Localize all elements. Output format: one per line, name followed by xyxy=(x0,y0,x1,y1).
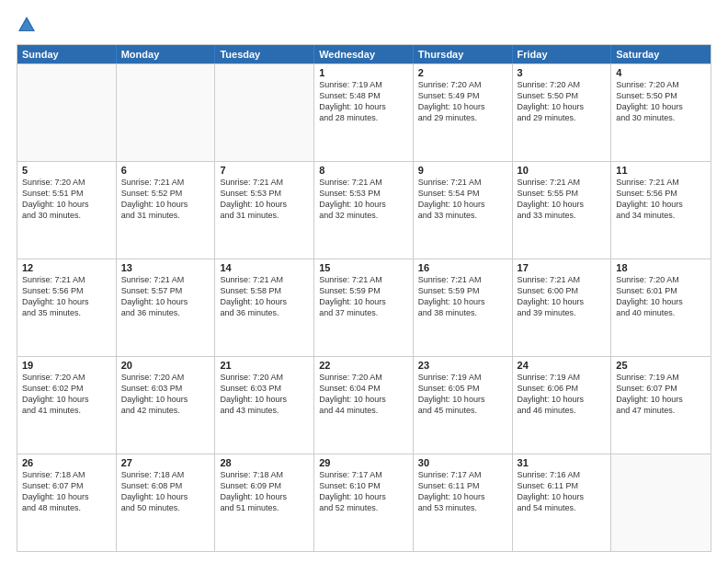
cell-day-number: 14 xyxy=(220,262,309,273)
calendar-row-1: 5Sunrise: 7:20 AM Sunset: 5:51 PM Daylig… xyxy=(17,161,711,259)
logo xyxy=(17,15,40,35)
logo-icon xyxy=(17,15,37,35)
cell-info-text: Sunrise: 7:19 AM Sunset: 6:05 PM Dayligh… xyxy=(418,372,507,417)
calendar-cell xyxy=(17,64,117,161)
cell-day-number: 31 xyxy=(518,457,607,468)
cell-info-text: Sunrise: 7:17 AM Sunset: 6:10 PM Dayligh… xyxy=(319,469,408,514)
calendar-cell: 6Sunrise: 7:21 AM Sunset: 5:52 PM Daylig… xyxy=(117,162,216,259)
cell-info-text: Sunrise: 7:18 AM Sunset: 6:08 PM Dayligh… xyxy=(121,469,210,514)
cell-day-number: 2 xyxy=(418,67,507,78)
cell-day-number: 9 xyxy=(418,165,507,176)
calendar-cell: 19Sunrise: 7:20 AM Sunset: 6:02 PM Dayli… xyxy=(17,357,117,454)
cell-info-text: Sunrise: 7:20 AM Sunset: 6:03 PM Dayligh… xyxy=(220,372,309,417)
cell-info-text: Sunrise: 7:19 AM Sunset: 6:06 PM Dayligh… xyxy=(518,372,607,417)
cell-day-number: 27 xyxy=(121,457,210,468)
calendar-cell: 24Sunrise: 7:19 AM Sunset: 6:06 PM Dayli… xyxy=(513,357,612,454)
cell-day-number: 19 xyxy=(22,360,111,371)
calendar-cell: 1Sunrise: 7:19 AM Sunset: 5:48 PM Daylig… xyxy=(314,64,414,161)
calendar-cell xyxy=(117,64,216,161)
cell-info-text: Sunrise: 7:20 AM Sunset: 5:49 PM Dayligh… xyxy=(418,79,507,124)
cell-day-number: 4 xyxy=(616,67,706,78)
cell-info-text: Sunrise: 7:21 AM Sunset: 5:53 PM Dayligh… xyxy=(319,177,408,222)
cell-day-number: 1 xyxy=(319,67,408,78)
calendar-cell: 21Sunrise: 7:20 AM Sunset: 6:03 PM Dayli… xyxy=(215,357,314,454)
cell-info-text: Sunrise: 7:17 AM Sunset: 6:11 PM Dayligh… xyxy=(418,469,507,514)
weekday-header-thursday: Thursday xyxy=(414,45,513,63)
calendar-cell: 13Sunrise: 7:21 AM Sunset: 5:57 PM Dayli… xyxy=(117,259,216,356)
calendar-cell: 20Sunrise: 7:20 AM Sunset: 6:03 PM Dayli… xyxy=(117,357,216,454)
cell-day-number: 28 xyxy=(220,457,309,468)
calendar-cell: 28Sunrise: 7:18 AM Sunset: 6:09 PM Dayli… xyxy=(215,454,314,551)
cell-day-number: 20 xyxy=(121,360,210,371)
calendar-cell xyxy=(215,64,314,161)
calendar-cell: 8Sunrise: 7:21 AM Sunset: 5:53 PM Daylig… xyxy=(314,162,414,259)
cell-info-text: Sunrise: 7:20 AM Sunset: 5:50 PM Dayligh… xyxy=(616,79,706,124)
weekday-header-tuesday: Tuesday xyxy=(215,45,314,63)
calendar-cell: 3Sunrise: 7:20 AM Sunset: 5:50 PM Daylig… xyxy=(513,64,612,161)
cell-day-number: 15 xyxy=(319,262,408,273)
calendar-row-0: 1Sunrise: 7:19 AM Sunset: 5:48 PM Daylig… xyxy=(17,63,711,161)
calendar-cell: 30Sunrise: 7:17 AM Sunset: 6:11 PM Dayli… xyxy=(414,454,513,551)
calendar-cell: 31Sunrise: 7:16 AM Sunset: 6:11 PM Dayli… xyxy=(513,454,612,551)
calendar-row-2: 12Sunrise: 7:21 AM Sunset: 5:56 PM Dayli… xyxy=(17,259,711,356)
calendar-row-3: 19Sunrise: 7:20 AM Sunset: 6:02 PM Dayli… xyxy=(17,356,711,454)
calendar-cell: 11Sunrise: 7:21 AM Sunset: 5:56 PM Dayli… xyxy=(611,162,711,259)
cell-day-number: 11 xyxy=(616,165,706,176)
cell-day-number: 16 xyxy=(418,262,507,273)
cell-day-number: 12 xyxy=(22,262,111,273)
cell-day-number: 17 xyxy=(518,262,607,273)
calendar-cell: 27Sunrise: 7:18 AM Sunset: 6:08 PM Dayli… xyxy=(117,454,216,551)
calendar-cell xyxy=(611,454,711,551)
calendar-body: 1Sunrise: 7:19 AM Sunset: 5:48 PM Daylig… xyxy=(17,63,711,551)
cell-day-number: 13 xyxy=(121,262,210,273)
cell-info-text: Sunrise: 7:21 AM Sunset: 5:59 PM Dayligh… xyxy=(418,274,507,319)
calendar-cell: 15Sunrise: 7:21 AM Sunset: 5:59 PM Dayli… xyxy=(314,259,414,356)
cell-info-text: Sunrise: 7:20 AM Sunset: 6:04 PM Dayligh… xyxy=(319,372,408,417)
calendar-cell: 7Sunrise: 7:21 AM Sunset: 5:53 PM Daylig… xyxy=(215,162,314,259)
calendar-cell: 2Sunrise: 7:20 AM Sunset: 5:49 PM Daylig… xyxy=(414,64,513,161)
cell-day-number: 24 xyxy=(518,360,607,371)
calendar-cell: 16Sunrise: 7:21 AM Sunset: 5:59 PM Dayli… xyxy=(414,259,513,356)
calendar-row-4: 26Sunrise: 7:18 AM Sunset: 6:07 PM Dayli… xyxy=(17,454,711,551)
cell-info-text: Sunrise: 7:18 AM Sunset: 6:07 PM Dayligh… xyxy=(22,469,111,514)
calendar-cell: 17Sunrise: 7:21 AM Sunset: 6:00 PM Dayli… xyxy=(513,259,612,356)
weekday-header-saturday: Saturday xyxy=(611,45,711,63)
cell-day-number: 23 xyxy=(418,360,507,371)
cell-info-text: Sunrise: 7:21 AM Sunset: 5:59 PM Dayligh… xyxy=(319,274,408,319)
calendar-cell: 4Sunrise: 7:20 AM Sunset: 5:50 PM Daylig… xyxy=(611,64,711,161)
cell-info-text: Sunrise: 7:19 AM Sunset: 5:48 PM Dayligh… xyxy=(319,79,408,124)
page: SundayMondayTuesdayWednesdayThursdayFrid… xyxy=(0,0,728,563)
calendar-cell: 14Sunrise: 7:21 AM Sunset: 5:58 PM Dayli… xyxy=(215,259,314,356)
calendar-cell: 26Sunrise: 7:18 AM Sunset: 6:07 PM Dayli… xyxy=(17,454,117,551)
calendar-cell: 22Sunrise: 7:20 AM Sunset: 6:04 PM Dayli… xyxy=(314,357,414,454)
cell-day-number: 8 xyxy=(319,165,408,176)
cell-day-number: 22 xyxy=(319,360,408,371)
header xyxy=(17,15,711,35)
cell-day-number: 10 xyxy=(518,165,607,176)
weekday-header-monday: Monday xyxy=(117,45,216,63)
weekday-header-sunday: Sunday xyxy=(17,45,117,63)
cell-day-number: 7 xyxy=(220,165,309,176)
calendar-cell: 23Sunrise: 7:19 AM Sunset: 6:05 PM Dayli… xyxy=(414,357,513,454)
cell-day-number: 30 xyxy=(418,457,507,468)
cell-day-number: 25 xyxy=(616,360,706,371)
cell-day-number: 29 xyxy=(319,457,408,468)
cell-info-text: Sunrise: 7:21 AM Sunset: 5:56 PM Dayligh… xyxy=(616,177,706,222)
calendar-cell: 10Sunrise: 7:21 AM Sunset: 5:55 PM Dayli… xyxy=(513,162,612,259)
cell-info-text: Sunrise: 7:20 AM Sunset: 6:01 PM Dayligh… xyxy=(616,274,706,319)
calendar-cell: 12Sunrise: 7:21 AM Sunset: 5:56 PM Dayli… xyxy=(17,259,117,356)
cell-day-number: 18 xyxy=(616,262,706,273)
weekday-header-friday: Friday xyxy=(513,45,612,63)
cell-info-text: Sunrise: 7:21 AM Sunset: 5:55 PM Dayligh… xyxy=(518,177,607,222)
cell-info-text: Sunrise: 7:18 AM Sunset: 6:09 PM Dayligh… xyxy=(220,469,309,514)
cell-info-text: Sunrise: 7:21 AM Sunset: 5:52 PM Dayligh… xyxy=(121,177,210,222)
calendar-cell: 18Sunrise: 7:20 AM Sunset: 6:01 PM Dayli… xyxy=(611,259,711,356)
cell-info-text: Sunrise: 7:20 AM Sunset: 5:50 PM Dayligh… xyxy=(518,79,607,124)
cell-info-text: Sunrise: 7:21 AM Sunset: 5:57 PM Dayligh… xyxy=(121,274,210,319)
calendar-cell: 5Sunrise: 7:20 AM Sunset: 5:51 PM Daylig… xyxy=(17,162,117,259)
calendar-cell: 25Sunrise: 7:19 AM Sunset: 6:07 PM Dayli… xyxy=(611,357,711,454)
cell-info-text: Sunrise: 7:21 AM Sunset: 5:58 PM Dayligh… xyxy=(220,274,309,319)
cell-day-number: 3 xyxy=(518,67,607,78)
cell-info-text: Sunrise: 7:16 AM Sunset: 6:11 PM Dayligh… xyxy=(518,469,607,514)
calendar-cell: 29Sunrise: 7:17 AM Sunset: 6:10 PM Dayli… xyxy=(314,454,414,551)
